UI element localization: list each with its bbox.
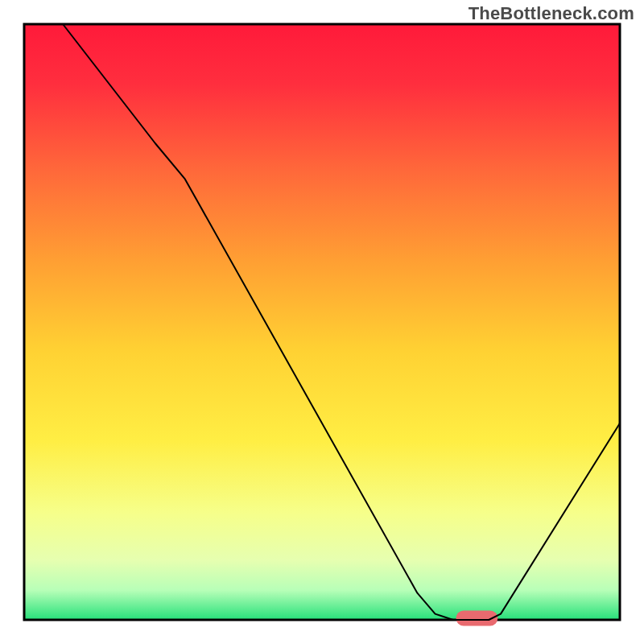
- gradient-background: [24, 24, 620, 620]
- chart-stage: TheBottleneck.com: [0, 0, 644, 644]
- bottleneck-chart: [0, 0, 644, 644]
- watermark-text: TheBottleneck.com: [469, 3, 634, 24]
